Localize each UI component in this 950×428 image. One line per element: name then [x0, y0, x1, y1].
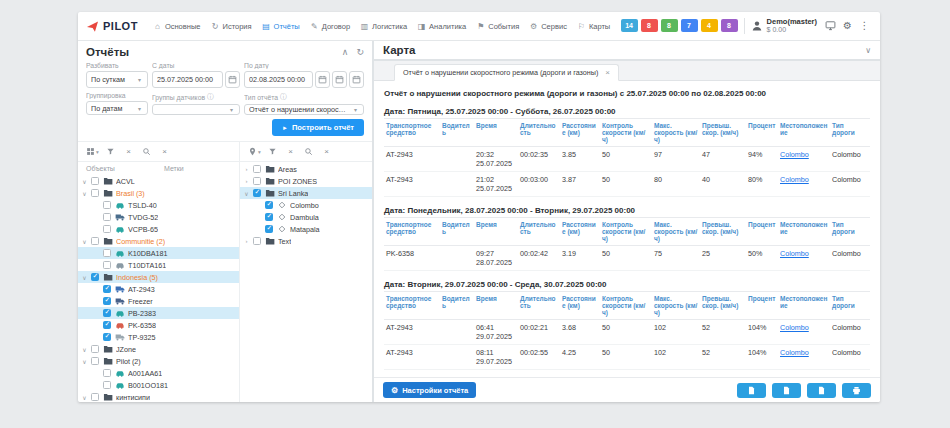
checkbox[interactable] — [103, 201, 111, 209]
checkbox[interactable] — [91, 357, 99, 365]
object-row-tvdg-52[interactable]: TVDG-52 — [78, 211, 239, 223]
object-row-pilot-2[interactable]: ∨Pilot (2) — [78, 355, 239, 367]
nav-item-service[interactable]: ⚙Сервис — [524, 19, 572, 34]
collapse-caret-icon[interactable]: ∨ — [81, 394, 88, 401]
export-excel-button[interactable] — [772, 383, 801, 398]
geozone-row-colombo[interactable]: Colombo — [240, 199, 372, 211]
date-from-calendar-button[interactable] — [225, 71, 240, 88]
checkbox[interactable] — [253, 237, 261, 245]
collapse-caret-icon[interactable]: ∨ — [81, 274, 88, 281]
location-link[interactable]: Colombo — [780, 323, 809, 332]
object-row-brasil-3[interactable]: ∨Brasil (3) — [78, 187, 239, 199]
location-link[interactable]: Colombo — [780, 150, 809, 159]
collapse-panel-button[interactable]: ∧ — [342, 47, 349, 57]
geozone-row-matapala[interactable]: Matapala — [240, 223, 372, 235]
build-report-button[interactable]: ► Построить отчёт — [272, 119, 364, 136]
nav-item-contract[interactable]: ✎Договор — [305, 19, 355, 34]
expand-caret-icon[interactable]: › — [243, 178, 250, 184]
object-row-tsld-40[interactable]: TSLD-40 — [78, 199, 239, 211]
geozone-row-poi-zones[interactable]: ›POI ZONES — [240, 175, 372, 187]
date-to-input[interactable]: 02.08.2025 00:00 — [244, 71, 313, 88]
clear-filter-button[interactable]: × — [122, 145, 135, 158]
checkbox[interactable] — [91, 345, 99, 353]
location-link[interactable]: Colombo — [780, 348, 809, 357]
refresh-button[interactable]: ↻ — [356, 47, 364, 57]
object-row-k10dba181[interactable]: K10DBA181 — [78, 247, 239, 259]
geozone-row-areas[interactable]: ›Areas — [240, 163, 372, 175]
geozone-row-dambula[interactable]: Dambula — [240, 211, 372, 223]
nav-item-logistics[interactable]: ▥Логистика — [355, 19, 412, 34]
checkbox[interactable] — [253, 165, 261, 173]
status-badge-1[interactable]: 14 — [621, 19, 638, 32]
search-button[interactable] — [140, 145, 153, 158]
report-settings-button[interactable]: ⚙ Настройки отчёта — [383, 382, 476, 398]
nav-item-analytics[interactable]: ◨Аналитика — [412, 19, 471, 34]
nav-item-home[interactable]: ⌂Основные — [148, 19, 206, 34]
collapse-caret-icon[interactable]: ∨ — [81, 190, 88, 197]
print-button[interactable] — [842, 383, 871, 398]
checkbox[interactable] — [253, 189, 261, 197]
more-menu-button[interactable]: ⋮ — [857, 18, 872, 33]
map-expand-icon[interactable]: ∨ — [865, 46, 871, 55]
app-logo[interactable]: PILOT — [86, 20, 138, 33]
object-row-vcpb-65[interactable]: VCPB-65 — [78, 223, 239, 235]
checkbox[interactable] — [265, 201, 273, 209]
monitor-button[interactable] — [823, 18, 838, 33]
date-to-calendar-button[interactable] — [315, 71, 330, 88]
checkbox[interactable] — [103, 213, 111, 221]
object-row-b001oo181[interactable]: B001OO181 — [78, 379, 239, 391]
checkbox[interactable] — [103, 261, 111, 269]
checkbox[interactable] — [91, 237, 99, 245]
status-badge-2[interactable]: 8 — [641, 19, 658, 32]
tab-close-icon[interactable]: × — [605, 68, 610, 77]
object-row-acvl[interactable]: ∨ACVL — [78, 175, 239, 187]
split-select[interactable]: По суткам ▾ — [86, 71, 148, 88]
checkbox[interactable] — [103, 333, 111, 341]
account-menu[interactable]: Demo(master) $ 0.00 — [751, 17, 817, 34]
object-row-indonesia-5[interactable]: ∨Indonesia (5) — [78, 271, 239, 283]
checkbox[interactable] — [103, 297, 111, 305]
expand-caret-icon[interactable]: › — [243, 238, 250, 244]
status-badge-4[interactable]: 7 — [681, 19, 698, 32]
checkbox[interactable] — [103, 225, 111, 233]
checkbox[interactable] — [103, 285, 111, 293]
geozone-row-sri-lanka[interactable]: ∨Sri Lanka — [240, 187, 372, 199]
object-row-pk-6358[interactable]: PK-6358 — [78, 319, 239, 331]
status-badge-6[interactable]: 8 — [721, 19, 738, 32]
settings-button[interactable]: ⚙ — [840, 18, 855, 33]
checkbox[interactable] — [103, 249, 111, 257]
checkbox[interactable] — [103, 321, 111, 329]
checkbox[interactable] — [91, 177, 99, 185]
checkbox[interactable] — [103, 381, 111, 389]
filter-button[interactable] — [266, 145, 279, 158]
nav-item-maps[interactable]: ⚐Карты — [572, 19, 615, 34]
nav-item-history[interactable]: ↻История — [205, 19, 256, 34]
clear-search-button[interactable]: × — [320, 145, 333, 158]
filter-button[interactable] — [104, 145, 117, 158]
object-row-jzone[interactable]: ∨JZone — [78, 343, 239, 355]
geozones-view-button[interactable]: ▾ — [248, 145, 261, 158]
checkbox[interactable] — [91, 273, 99, 281]
checkbox[interactable] — [91, 189, 99, 197]
grouping-select[interactable]: По датам ▾ — [86, 101, 148, 115]
collapse-caret-icon[interactable]: ∨ — [81, 346, 88, 353]
collapse-caret-icon[interactable]: ∨ — [81, 238, 88, 245]
report-tab[interactable]: Отчёт о нарушении скоростного режима (до… — [394, 64, 619, 81]
object-row-tp-9325[interactable]: TP-9325 — [78, 331, 239, 343]
export-doc-button[interactable] — [807, 383, 836, 398]
nav-item-reports[interactable]: ▤Отчёты — [257, 19, 305, 34]
checkbox[interactable] — [253, 177, 261, 185]
object-row-a001aa61[interactable]: A001AA61 — [78, 367, 239, 379]
object-row-t10dta161[interactable]: T10DTA161 — [78, 259, 239, 271]
checkbox[interactable] — [265, 225, 273, 233]
object-row-pb-2383[interactable]: PB-2383 — [78, 307, 239, 319]
quick-period-button-2[interactable] — [349, 71, 364, 88]
date-from-input[interactable]: 25.07.2025 00:00 — [152, 71, 223, 88]
collapse-caret-icon[interactable]: ∨ — [243, 190, 250, 197]
objects-view-button[interactable]: ▾ — [86, 145, 99, 158]
search-button[interactable] — [302, 145, 315, 158]
quick-period-button-1[interactable] — [332, 71, 347, 88]
checkbox[interactable] — [103, 309, 111, 317]
object-row-communitie-2[interactable]: ∨Communitie (2) — [78, 235, 239, 247]
sensor-groups-select[interactable]: ▾ — [152, 104, 240, 115]
